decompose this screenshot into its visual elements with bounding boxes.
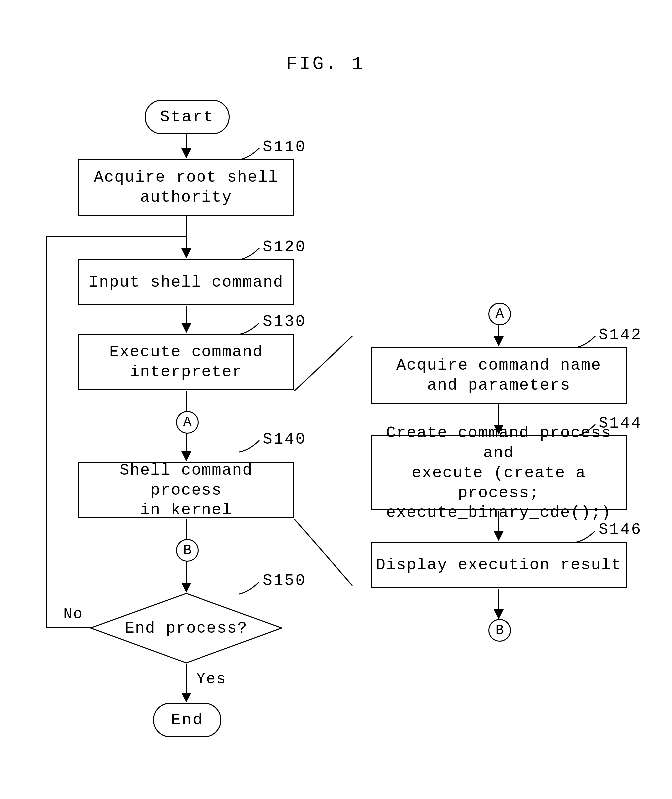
process-s120: Input shell command — [78, 259, 294, 305]
process-s110: Acquire root shellauthority — [78, 159, 294, 216]
connector-a-left: A — [176, 411, 198, 433]
process-label: Acquire root shellauthority — [94, 167, 278, 207]
flowchart-canvas: FIG. 1 Start Acquire root shellauthority… — [0, 0, 672, 799]
process-label: Execute commandinterpreter — [109, 342, 263, 382]
figure-title: FIG. 1 — [286, 53, 365, 75]
connector-label: A — [496, 306, 504, 322]
connector-a-right: A — [488, 303, 511, 326]
svg-line-8 — [294, 336, 352, 391]
terminator-end-label: End — [171, 711, 203, 729]
terminator-start-label: Start — [160, 108, 214, 126]
edge-label-yes: Yes — [196, 671, 227, 688]
step-id-s130: S130 — [263, 313, 306, 331]
terminator-start: Start — [145, 100, 230, 135]
decision-end-process: End process? — [90, 592, 283, 664]
connector-label: B — [496, 622, 504, 638]
step-id-s142: S142 — [598, 326, 642, 344]
process-s146: Display execution result — [371, 542, 627, 588]
process-label: Display execution result — [376, 555, 621, 575]
edge-label-no: No — [63, 606, 83, 623]
step-id-s146: S146 — [598, 521, 642, 539]
step-id-s150: S150 — [263, 572, 306, 590]
connector-label: A — [183, 414, 191, 430]
process-label: Create command process andexecute (creat… — [375, 423, 622, 523]
decision-label: End process? — [125, 619, 248, 637]
process-s140: Shell command processin kernel — [78, 462, 294, 518]
connector-label: B — [183, 542, 191, 558]
process-s144: Create command process andexecute (creat… — [371, 435, 627, 510]
process-label: Shell command processin kernel — [82, 460, 290, 520]
step-id-s140: S140 — [263, 430, 306, 448]
process-label: Input shell command — [89, 272, 283, 292]
connector-b-right: B — [488, 619, 511, 642]
terminator-end: End — [153, 703, 221, 738]
connector-b-left: B — [176, 539, 198, 562]
process-s142: Acquire command nameand parameters — [371, 347, 627, 404]
process-label: Acquire command nameand parameters — [396, 355, 601, 395]
step-id-s120: S120 — [263, 238, 306, 256]
process-s130: Execute commandinterpreter — [78, 334, 294, 390]
step-id-s110: S110 — [263, 138, 306, 156]
step-id-s144: S144 — [598, 414, 642, 432]
